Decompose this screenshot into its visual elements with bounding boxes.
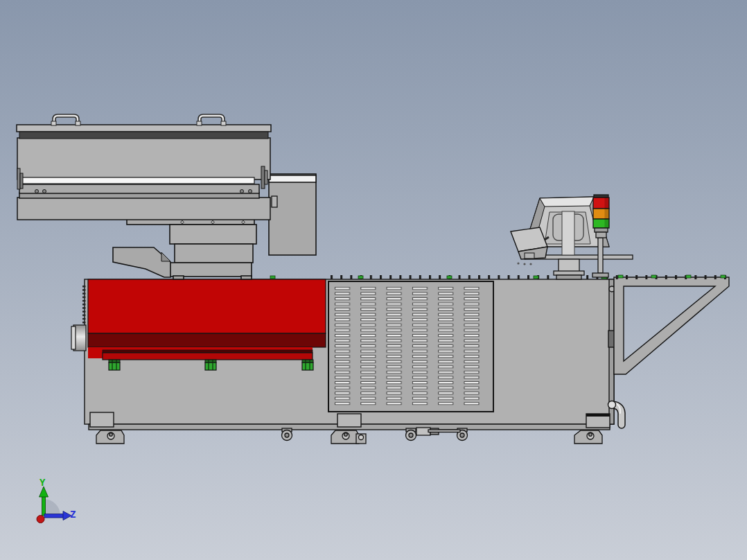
vent-louvers (334, 286, 489, 406)
barrel-cylinder[interactable] (71, 325, 86, 351)
monitor-stand[interactable] (554, 259, 584, 279)
roller-bar[interactable] (21, 177, 254, 184)
red-process-housing[interactable] (82, 279, 326, 360)
red-rail-shadow (103, 350, 313, 353)
axis-x-origin[interactable] (37, 516, 44, 523)
hopper-cover[interactable] (17, 125, 271, 220)
vent-panel[interactable] (328, 281, 493, 412)
hinge-right (261, 166, 265, 189)
hopper-stripe (19, 132, 268, 139)
bolt-row (331, 274, 728, 279)
axis-z-label: Z (70, 509, 76, 520)
cabinet-slot[interactable] (272, 196, 277, 207)
housing-serration (82, 286, 87, 325)
base-access-panel[interactable] (337, 414, 361, 427)
tower-pole (598, 238, 603, 273)
axis-y-label: Y (39, 477, 46, 488)
red-mount-rail[interactable] (103, 353, 313, 360)
control-cabinet[interactable] (269, 174, 316, 255)
base-access-panel[interactable] (90, 412, 114, 427)
monitor-mount-column (562, 211, 574, 255)
hinge-left (17, 168, 20, 189)
tower-pole-base (592, 273, 608, 277)
cad-viewport[interactable]: Y Z (0, 0, 747, 560)
